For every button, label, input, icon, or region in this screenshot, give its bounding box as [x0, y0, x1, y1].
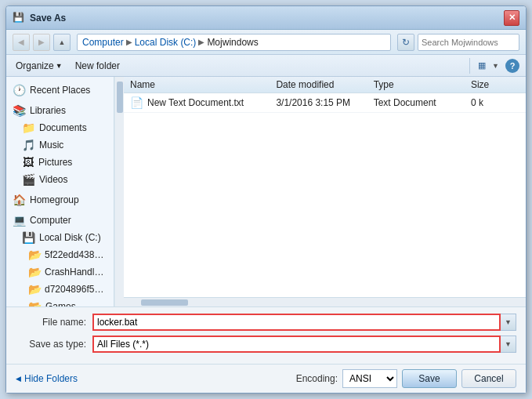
form-area: File name: ▼ Save as type: All Files (*.… [6, 307, 526, 364]
breadcrumb-computer[interactable]: Computer [82, 37, 124, 48]
save-as-dialog: 💾 Save As ✕ ◀ ▶ ▲ Computer ▶ Local Disk … [5, 5, 527, 394]
file-list-area: Name Date modified Type Size 📄 New Text … [124, 77, 526, 307]
sidebar-item-folder-0[interactable]: 📂 5f22edd438c748 [6, 246, 114, 263]
sidebar-scroll-thumb[interactable] [117, 82, 123, 113]
sidebar-item-recent-places[interactable]: 🕐 Recent Places [6, 82, 114, 99]
computer-icon: 💻 [13, 214, 26, 227]
sidebar-videos-label: Videos [39, 174, 67, 185]
sidebar-documents-label: Documents [39, 122, 87, 133]
file-list: Name Date modified Type Size 📄 New Text … [124, 77, 526, 297]
bottom-bar: ◀ Hide Folders Encoding: ANSI Save Cance… [6, 364, 526, 393]
filename-label: File name: [16, 317, 86, 328]
music-icon: 🎵 [22, 139, 35, 151]
encoding-select[interactable]: ANSI [342, 369, 397, 388]
sidebar-item-local-disk[interactable]: 💾 Local Disk (C:) [6, 229, 114, 246]
view-grid-button[interactable]: ▦ [475, 59, 489, 72]
sidebar-item-folder-1[interactable]: 📂 CrashHandlerCac [6, 263, 114, 281]
sidebar-item-music[interactable]: 🎵 Music [6, 136, 114, 154]
sidebar-folder-3-label: Games [45, 301, 76, 307]
sidebar-libraries-label: Libraries [30, 105, 66, 116]
sidebar-section-libraries: 📚 Libraries 📁 Documents 🎵 Music 🖼 Pictur… [6, 102, 114, 188]
save-as-type-display: All Files (*.*) [92, 336, 501, 353]
horizontal-scrollbar[interactable] [124, 297, 526, 307]
sidebar-item-pictures[interactable]: 🖼 Pictures [6, 154, 114, 171]
save-as-type-row: Save as type: All Files (*.*) ▼ [16, 336, 516, 353]
h-scroll-thumb[interactable] [141, 299, 188, 306]
sidebar-item-folder-3[interactable]: 📂 Games [6, 298, 114, 307]
help-button[interactable]: ? [505, 59, 519, 73]
refresh-button[interactable]: ↻ [397, 34, 414, 51]
navigation-toolbar: ◀ ▶ ▲ Computer ▶ Local Disk (C:) ▶ Mojwi… [6, 30, 526, 55]
col-name-header[interactable]: Name [130, 79, 276, 90]
filename-dropdown-button[interactable]: ▼ [501, 314, 516, 331]
file-name-cell: 📄 New Text Document.txt [130, 96, 276, 109]
table-row[interactable]: 📄 New Text Document.txt 3/1/2016 3:15 PM… [124, 93, 526, 113]
forward-button[interactable]: ▶ [33, 34, 50, 51]
pictures-icon: 🖼 [22, 156, 34, 169]
action-bar: Organize ▼ New folder ▦ ▼ ? [6, 55, 526, 77]
col-date-header[interactable]: Date modified [276, 79, 373, 90]
encoding-area: Encoding: ANSI Save Cancel [296, 369, 516, 388]
file-size: 0 k [471, 97, 519, 108]
breadcrumb-local-disk[interactable]: Local Disk (C:) [135, 37, 197, 48]
view-dropdown-icon[interactable]: ▼ [492, 62, 499, 70]
col-type-header[interactable]: Type [374, 79, 471, 90]
file-icon: 📄 [130, 96, 143, 109]
file-name-text: New Text Document.txt [147, 97, 244, 108]
organize-chevron-icon: ▼ [56, 62, 63, 70]
up-button[interactable]: ▲ [53, 34, 71, 51]
breadcrumb-current: Mojwindows [207, 37, 258, 48]
sidebar-wrapper: 🕐 Recent Places 📚 Libraries 📁 Documents [6, 77, 124, 307]
folder-icon: 📂 [28, 266, 41, 278]
hide-folders-button[interactable]: ◀ Hide Folders [16, 373, 78, 384]
sidebar-scrollbar[interactable] [114, 77, 124, 307]
sidebar-computer-label: Computer [30, 215, 71, 226]
sidebar-section-recent: 🕐 Recent Places [6, 82, 114, 99]
sidebar-folder-1-label: CrashHandlerCac [45, 267, 107, 277]
sidebar-item-libraries[interactable]: 📚 Libraries [6, 102, 114, 119]
search-box: 🔍 [418, 34, 519, 51]
hide-folders-arrow-icon: ◀ [16, 375, 21, 383]
close-button[interactable]: ✕ [504, 10, 519, 26]
view-options: ▦ ▼ ? [468, 58, 519, 74]
save-as-type-label: Save as type: [16, 339, 86, 350]
sidebar-item-computer[interactable]: 💻 Computer [6, 212, 114, 229]
cancel-button[interactable]: Cancel [461, 369, 516, 388]
folder-icon: 📂 [28, 248, 41, 261]
file-list-header: Name Date modified Type Size [124, 77, 526, 93]
sidebar-recent-places-label: Recent Places [30, 85, 90, 96]
recent-places-icon: 🕐 [13, 84, 26, 96]
local-disk-icon: 💾 [22, 231, 35, 244]
sidebar-item-homegroup[interactable]: 🏠 Homegroup [6, 191, 114, 209]
divider [469, 58, 470, 74]
sidebar-folder-0-label: 5f22edd438c748 [45, 249, 107, 260]
sidebar-item-documents[interactable]: 📁 Documents [6, 119, 114, 136]
main-content: 🕐 Recent Places 📚 Libraries 📁 Documents [6, 77, 526, 307]
dialog-title: Save As [30, 13, 66, 24]
search-input[interactable] [422, 38, 530, 47]
new-folder-button[interactable]: New folder [72, 59, 123, 73]
dialog-icon: 💾 [13, 12, 25, 24]
save-button[interactable]: Save [402, 369, 457, 388]
documents-icon: 📁 [22, 122, 35, 134]
sidebar-pictures-label: Pictures [38, 157, 72, 168]
sidebar-item-videos[interactable]: 🎬 Videos [6, 171, 114, 188]
back-button[interactable]: ◀ [13, 34, 30, 51]
sidebar-homegroup-label: Homegroup [30, 194, 79, 205]
libraries-icon: 📚 [13, 104, 26, 117]
file-type: Text Document [374, 97, 471, 108]
hide-folders-label: Hide Folders [24, 373, 78, 384]
sidebar-local-disk-label: Local Disk (C:) [39, 232, 101, 243]
filename-input[interactable] [92, 314, 501, 331]
title-left: 💾 Save As [13, 12, 66, 24]
organize-button[interactable]: Organize ▼ [13, 59, 66, 73]
videos-icon: 🎬 [22, 173, 35, 186]
sidebar-item-folder-2[interactable]: 📂 d7204896f5cdac [6, 281, 114, 298]
filename-row: File name: ▼ [16, 314, 516, 331]
sidebar-music-label: Music [39, 140, 63, 151]
filename-input-wrapper: ▼ [92, 314, 516, 331]
sidebar-section-computer: 💻 Computer 💾 Local Disk (C:) 📂 5f22edd43… [6, 212, 114, 307]
save-as-type-dropdown-button[interactable]: ▼ [501, 336, 516, 353]
homegroup-icon: 🏠 [13, 194, 26, 206]
col-size-header[interactable]: Size [471, 79, 519, 90]
